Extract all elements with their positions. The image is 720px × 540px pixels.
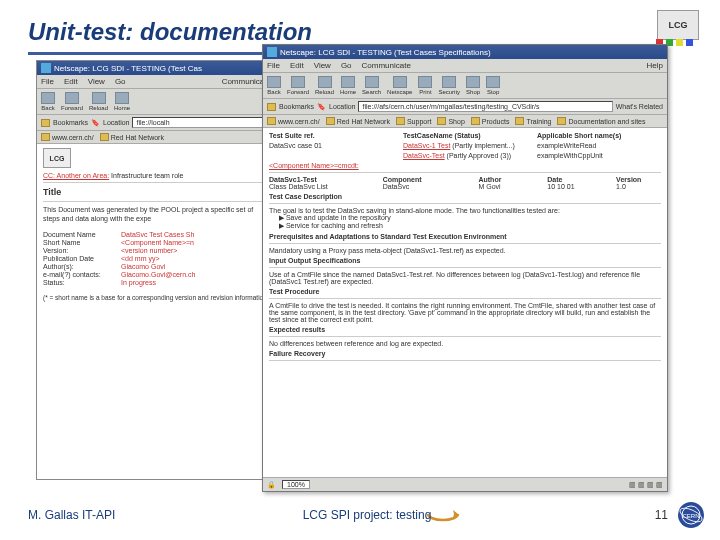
bookmarks-label[interactable]: Bookmarks [279, 103, 314, 110]
cern-logo: CERN [676, 500, 706, 530]
sec-proc: Test Procedure [269, 288, 661, 295]
reload-button[interactable]: Reload [89, 92, 108, 111]
content-back: LCG CC: Another on Area: Infrastructure … [37, 144, 275, 454]
location-bar-front: Bookmarks 🔖 Location file:///afs/cern.ch… [263, 99, 667, 115]
menu-view[interactable]: View [88, 77, 105, 86]
table-row: DataSvc-Test (Partly Approved (3)) examp… [269, 152, 661, 159]
window-title-back: Netscape: LCG SDI - TESTING (Test Cas [54, 64, 202, 73]
sec-exp: Expected results [269, 326, 661, 333]
tc-link[interactable]: DataSvc-Test [403, 152, 445, 159]
footer-author: M. Gallas IT-API [28, 508, 115, 522]
d-ver: Version [616, 176, 641, 183]
intro-para: This Document was generated by the POOL … [43, 205, 269, 223]
io-text: Use of a CmtFile since the named DataSvc… [269, 271, 661, 285]
menu-edit[interactable]: Edit [290, 61, 304, 70]
svg-text:CERN: CERN [682, 513, 699, 519]
lock-icon: 🔒 [267, 481, 276, 489]
bookmark-icon[interactable] [41, 119, 50, 127]
desc-text: The goal is to test the DataSvc saving i… [269, 207, 661, 214]
k-email: e-mail(?) contacts: [43, 271, 113, 278]
tc-link[interactable]: DataSvc-1 Test [403, 142, 450, 149]
back-button[interactable]: Back [267, 76, 281, 95]
menu-edit[interactable]: Edit [64, 77, 78, 86]
back-button[interactable]: Back [41, 92, 55, 111]
menu-communicator[interactable]: Communicate [362, 61, 411, 70]
forward-button[interactable]: Forward [61, 92, 83, 111]
progress-pct: 100% [282, 480, 310, 489]
menu-file[interactable]: File [41, 77, 54, 86]
bm-cern[interactable]: www.cern.ch/ [41, 133, 94, 141]
v-email: Giacomo.Govi@cern.ch [121, 271, 195, 278]
d-date: Date [547, 176, 562, 183]
bookmarks-label[interactable]: Bookmarks [53, 119, 88, 126]
d-ver-v: 1.0 [616, 183, 661, 190]
shop-button[interactable]: Shop [466, 76, 480, 95]
forward-button[interactable]: Forward [287, 76, 309, 95]
k-status: Status: [43, 279, 113, 286]
menu-file[interactable]: File [267, 61, 280, 70]
hdr-short: Applicable Short name(s) [537, 132, 661, 139]
v-auth: Giacomo Govi [121, 263, 165, 270]
d-auth: Author [478, 176, 501, 183]
location-field-front[interactable]: file:///afs/cern.ch/user/m/mgallas/testi… [358, 101, 612, 112]
bm-redhat[interactable]: Red Hat Network [326, 117, 390, 125]
menubar-back[interactable]: File Edit View Go Communicate [37, 75, 275, 89]
menu-view[interactable]: View [314, 61, 331, 70]
slide-title: Unit-test: documentation [28, 18, 692, 46]
search-button[interactable]: Search [362, 76, 381, 95]
netscape-icon [267, 47, 277, 57]
title-heading: Title [43, 187, 269, 197]
cc-value: Infrastructure team role [111, 172, 183, 179]
bullet-1: ▶ Save and update in the repository [279, 214, 661, 222]
toolbar-front: Back Forward Reload Home Search Netscape… [263, 73, 667, 99]
location-icon: 🔖 [91, 119, 100, 127]
menu-go[interactable]: Go [115, 77, 126, 86]
cc-link[interactable]: CC: Another on Area: [43, 172, 109, 179]
v-short: <Component Name>=n [121, 239, 194, 246]
whats-related[interactable]: What's Related [616, 103, 663, 110]
location-field-back[interactable]: file://localh [132, 117, 271, 128]
d-name-v: Class DataSvc List [269, 183, 377, 190]
print-button[interactable]: Print [418, 76, 432, 95]
d-date-v: 10 10 01 [547, 183, 610, 190]
menubar-front[interactable]: File Edit View Go Communicate Help [263, 59, 667, 73]
k-docname: Document Name [43, 231, 113, 238]
status-icons: ▥ ▥ ▥ ▥ [629, 481, 663, 489]
slide-footer: M. Gallas IT-API LCG SPI project: testin… [28, 500, 706, 530]
bm-cern[interactable]: www.cern.ch/ [267, 117, 320, 125]
bookmark-icon[interactable] [267, 103, 276, 111]
proc-text: A CmtFile to drive the test is needed. I… [269, 302, 661, 323]
v-pub: <dd mm yy> [121, 255, 160, 262]
netscape-button[interactable]: Netscape [387, 76, 412, 95]
bookmark-bar-back: www.cern.ch/ Red Hat Network [37, 131, 275, 144]
security-button[interactable]: Security [438, 76, 460, 95]
hdr-suite: Test Suite ref. [269, 132, 393, 139]
content-front: Test Suite ref. TestCaseName (Status) Ap… [263, 128, 667, 486]
bm-products[interactable]: Products [471, 117, 510, 125]
browser-window-back: Netscape: LCG SDI - TESTING (Test Cas Fi… [36, 60, 276, 480]
window-title-front: Netscape: LCG SDI - TESTING (Test Cases … [280, 48, 491, 57]
page-number: 11 [655, 508, 668, 522]
prereq-text: Mandatory using a Proxy pass meta-object… [269, 247, 661, 254]
component-name-line: <Component Name>=cmcdt: [269, 162, 661, 169]
sec-prereq: Prerequisites and Adaptations to Standar… [269, 233, 661, 240]
bm-redhat[interactable]: Red Hat Network [100, 133, 164, 141]
k-short: Short Name [43, 239, 113, 246]
bookmark-bar-front: www.cern.ch/ Red Hat Network Support Sho… [263, 115, 667, 128]
menu-go[interactable]: Go [341, 61, 352, 70]
home-button[interactable]: Home [114, 92, 130, 111]
loc-prefix: Location [103, 119, 129, 126]
menu-help[interactable]: Help [647, 61, 663, 70]
home-button[interactable]: Home [340, 76, 356, 95]
bm-training[interactable]: Training [515, 117, 551, 125]
lcg-logo: LCG [650, 6, 706, 48]
exp-text: No differences between reference and log… [269, 340, 661, 347]
bm-docs[interactable]: Documentation and sites [557, 117, 645, 125]
reload-button[interactable]: Reload [315, 76, 334, 95]
bm-shop[interactable]: Shop [437, 117, 464, 125]
netscape-icon [41, 63, 51, 73]
bm-support[interactable]: Support [396, 117, 432, 125]
location-bar-back: Bookmarks 🔖 Location file://localh [37, 115, 275, 131]
k-pub: Publication Date [43, 255, 113, 262]
stop-button[interactable]: Stop [486, 76, 500, 95]
